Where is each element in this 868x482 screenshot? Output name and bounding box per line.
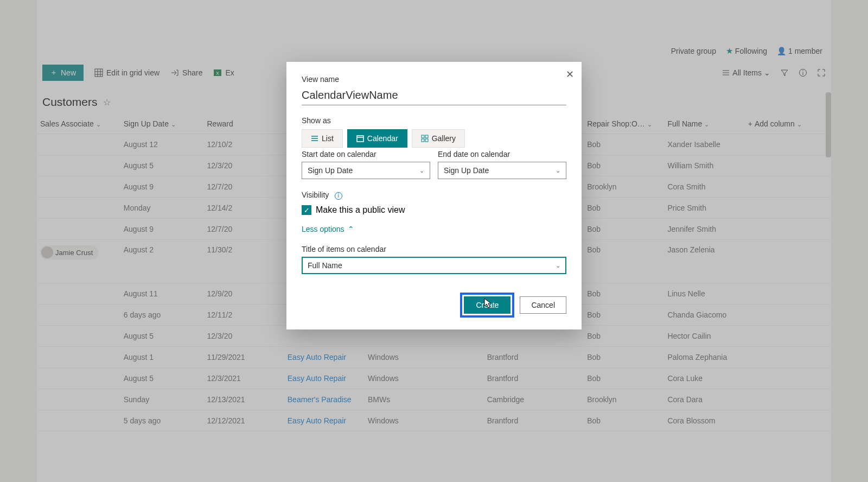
info-icon[interactable]: i — [335, 192, 342, 200]
gallery-icon — [421, 135, 429, 142]
create-button[interactable]: Create — [464, 296, 510, 314]
cancel-button[interactable]: Cancel — [520, 296, 566, 314]
close-icon: ✕ — [566, 69, 574, 80]
less-options-toggle[interactable]: Less options ⌃ — [302, 225, 354, 233]
svg-rect-18 — [422, 135, 424, 138]
svg-rect-20 — [422, 139, 424, 142]
tutorial-highlight: Create — [460, 293, 514, 318]
chevron-down-icon: ⌄ — [419, 167, 424, 174]
show-as-list-button[interactable]: List — [302, 129, 343, 148]
calendar-icon — [356, 135, 364, 142]
start-date-select[interactable]: Sign Up Date ⌄ — [302, 162, 430, 179]
show-as-gallery-button[interactable]: Gallery — [412, 129, 465, 148]
create-view-dialog: ✕ View name Show as List Calendar Galler… — [286, 62, 582, 329]
public-view-label: Make this a public view — [316, 205, 405, 215]
visibility-label: Visibility — [302, 191, 329, 199]
view-name-input[interactable] — [302, 87, 566, 105]
start-date-label: Start date on calendar — [302, 150, 430, 158]
modal-overlay: ✕ View name Show as List Calendar Galler… — [0, 0, 868, 482]
chevron-down-icon: ⌄ — [556, 167, 560, 174]
close-button[interactable]: ✕ — [566, 68, 574, 80]
title-items-label: Title of items on calendar — [302, 245, 566, 253]
chevron-down-icon: ⌄ — [556, 262, 560, 269]
end-date-label: End date on calendar — [438, 150, 566, 158]
chevron-up-icon: ⌃ — [348, 225, 354, 233]
svg-rect-16 — [357, 136, 363, 142]
svg-rect-21 — [425, 139, 428, 142]
show-as-label: Show as — [302, 116, 566, 125]
svg-rect-19 — [425, 135, 428, 138]
list-icon — [311, 135, 318, 142]
public-view-checkbox[interactable]: ✓ — [302, 205, 311, 215]
show-as-calendar-button[interactable]: Calendar — [347, 129, 407, 148]
view-name-label: View name — [302, 75, 566, 84]
end-date-select[interactable]: Sign Up Date ⌄ — [438, 162, 566, 179]
title-items-select[interactable]: Full Name ⌄ — [302, 257, 566, 274]
